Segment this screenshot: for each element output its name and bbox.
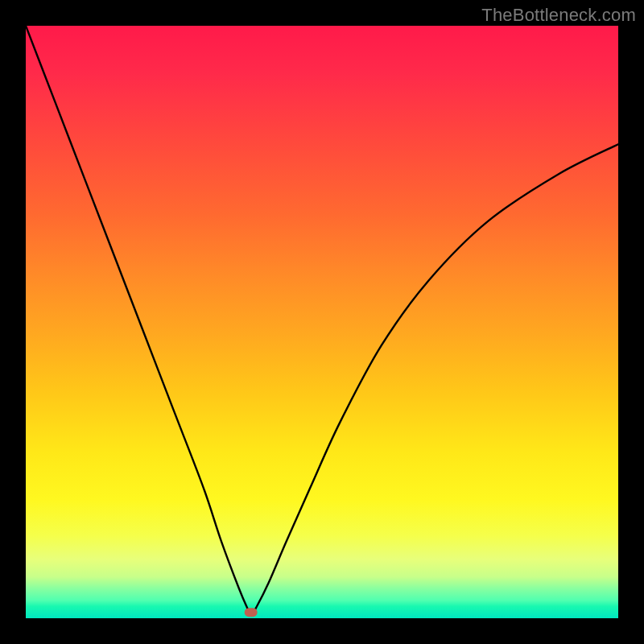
- chart-plot-area: [26, 26, 618, 618]
- bottleneck-curve: [26, 26, 618, 615]
- chart-container: TheBottleneck.com: [0, 0, 644, 644]
- chart-svg: [26, 26, 618, 618]
- watermark-text: TheBottleneck.com: [481, 5, 636, 26]
- minimum-marker: [245, 608, 258, 617]
